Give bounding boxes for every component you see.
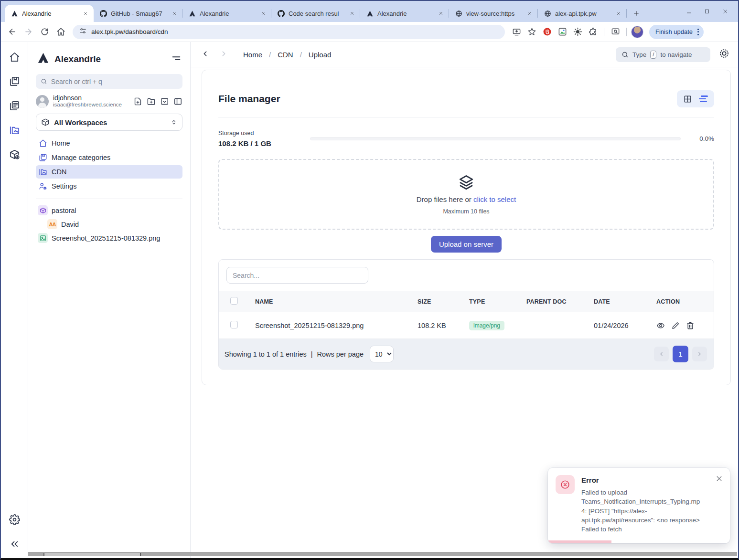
browser-menu-icon[interactable] (696, 27, 701, 37)
click-to-select-link[interactable]: click to select (473, 195, 516, 203)
profile-avatar[interactable] (631, 26, 643, 38)
close-window-button[interactable] (717, 4, 733, 19)
install-app-icon[interactable] (510, 25, 523, 39)
sidebar-menu-icon[interactable] (171, 53, 182, 65)
column-header-type[interactable]: TYPE (469, 298, 526, 305)
sidebar-item-cdn[interactable]: CDN (36, 165, 182, 179)
toast-close-icon[interactable] (716, 475, 723, 534)
breadcrumb-upload[interactable]: Upload (309, 51, 332, 59)
rail-home-icon[interactable] (9, 52, 20, 64)
horizontal-scrollbar[interactable] (28, 552, 737, 556)
address-bar[interactable]: alex.tpk.pw/dashboard/cdn (73, 25, 505, 39)
workspace-select[interactable]: All Workspaces (36, 114, 182, 131)
page-1-button[interactable]: 1 (673, 346, 688, 362)
rows-per-page-select[interactable]: 10 (370, 346, 394, 362)
dropzone[interactable]: Drop files here or click to select Maxim… (218, 159, 714, 230)
tab-github-smaug[interactable]: GitHub - Smaug67 (94, 5, 182, 22)
tab-close-icon[interactable] (614, 9, 623, 18)
sidebar-search-input[interactable] (51, 78, 178, 85)
tree-item-file[interactable]: Screenshot_20251215-081329.png (36, 232, 182, 243)
upload-on-server-button[interactable]: Upload on server (431, 236, 502, 253)
column-header-action[interactable]: ACTION (656, 298, 714, 305)
tab-close-icon[interactable] (437, 9, 445, 18)
minimize-button[interactable] (681, 4, 697, 19)
sidebar-item-label: Manage categories (52, 154, 110, 161)
user-name: idjohnson (53, 95, 129, 102)
rail-package-icon[interactable] (9, 149, 20, 162)
column-header-parent-doc[interactable]: PARENT DOC (526, 298, 594, 305)
sun-extension-icon[interactable] (571, 25, 584, 39)
view-file-icon[interactable] (656, 321, 665, 330)
user-avatar (36, 95, 49, 108)
finish-update-button[interactable]: Finish update (649, 25, 704, 39)
tab-code-search[interactable]: Code search resul (271, 5, 360, 22)
breadcrumb-cdn[interactable]: CDN (278, 51, 293, 59)
sidebar-item-settings[interactable]: Settings (36, 180, 182, 193)
column-header-name[interactable]: NAME (255, 298, 418, 305)
sidebar-search[interactable] (36, 74, 182, 89)
scrollbar-thumb[interactable] (43, 553, 141, 556)
maximize-button[interactable] (699, 4, 715, 19)
cube-icon (38, 205, 48, 215)
tab-alexandrie-1[interactable]: Alexandrie (5, 5, 94, 22)
site-settings-icon[interactable] (79, 27, 86, 36)
table-header-row: NAME SIZE TYPE PARENT DOC DATE ACTION (219, 291, 714, 312)
back-button[interactable] (5, 25, 19, 39)
sidebar-item-manage-categories[interactable]: Manage categories (36, 151, 182, 164)
edit-file-icon[interactable] (671, 321, 680, 330)
rail-settings-icon[interactable] (9, 514, 20, 527)
next-page-button[interactable] (692, 347, 707, 361)
user-email: isaac@freshbrewed.science (53, 102, 129, 108)
new-tab-button[interactable] (630, 7, 643, 20)
tab-title: view-source:https (466, 10, 522, 17)
adblock-extension-icon[interactable] (540, 25, 554, 39)
tab-view-source[interactable]: view-source:https (449, 5, 538, 22)
column-header-date[interactable]: DATE (594, 298, 656, 305)
prev-page-button[interactable] (654, 347, 669, 361)
bookmark-star-icon[interactable] (525, 25, 538, 39)
theme-toggle-icon[interactable] (719, 48, 729, 61)
rail-collapse-icon[interactable] (9, 539, 20, 551)
screen-search-icon[interactable] (609, 25, 622, 39)
select-all-checkbox[interactable] (230, 297, 238, 305)
quick-search-button[interactable]: Type / to navigate (616, 47, 710, 62)
home-button[interactable] (54, 25, 68, 39)
image-extension-icon[interactable] (556, 25, 569, 39)
column-header-size[interactable]: SIZE (418, 298, 469, 305)
row-checkbox[interactable] (230, 321, 238, 328)
panel-toggle-icon[interactable] (173, 97, 182, 106)
table-search-input[interactable] (226, 267, 368, 284)
rail-documents-icon[interactable] (9, 100, 20, 113)
import-icon[interactable] (160, 97, 169, 106)
toolbar-divider (604, 28, 604, 36)
extensions-puzzle-icon[interactable] (586, 25, 600, 39)
main-topbar: Home / CDN / Upload Type / to navigate (191, 42, 738, 67)
tree-item-workspace[interactable]: pastoral (36, 205, 182, 216)
tab-close-icon[interactable] (348, 9, 356, 18)
home-icon (39, 139, 47, 148)
nav-back-icon[interactable] (201, 50, 209, 60)
url-text[interactable]: alex.tpk.pw/dashboard/cdn (91, 28, 168, 35)
sidebar-item-home[interactable]: Home (36, 137, 182, 150)
tab-alexandrie-3[interactable]: Alexandrie (360, 5, 449, 22)
sidebar: Alexandrie idjohnson isaac@freshbrewed.s… (28, 42, 191, 558)
tab-close-icon[interactable] (81, 9, 90, 18)
breadcrumb-home[interactable]: Home (243, 51, 262, 59)
grid-view-icon[interactable] (683, 95, 692, 104)
tab-close-icon[interactable] (525, 9, 534, 18)
tab-close-icon[interactable] (259, 9, 268, 18)
delete-file-icon[interactable] (686, 321, 695, 330)
rail-categories-icon[interactable] (9, 76, 20, 89)
tab-close-icon[interactable] (170, 9, 179, 18)
list-view-icon[interactable] (699, 95, 708, 102)
forward-button[interactable] (21, 25, 35, 39)
table-row[interactable]: Screenshot_20251215-081329.png 108.2 KB … (219, 312, 714, 339)
tab-alex-api[interactable]: alex-api.tpk.pw (538, 5, 627, 22)
new-folder-icon[interactable] (147, 97, 156, 106)
new-file-icon[interactable] (133, 97, 142, 106)
reload-button[interactable] (37, 25, 52, 39)
nav-forward-icon[interactable] (220, 50, 228, 60)
tree-item-category[interactable]: AA David (36, 219, 182, 230)
rail-cdn-icon[interactable] (9, 125, 20, 137)
tab-alexandrie-2[interactable]: Alexandrie (182, 5, 271, 22)
